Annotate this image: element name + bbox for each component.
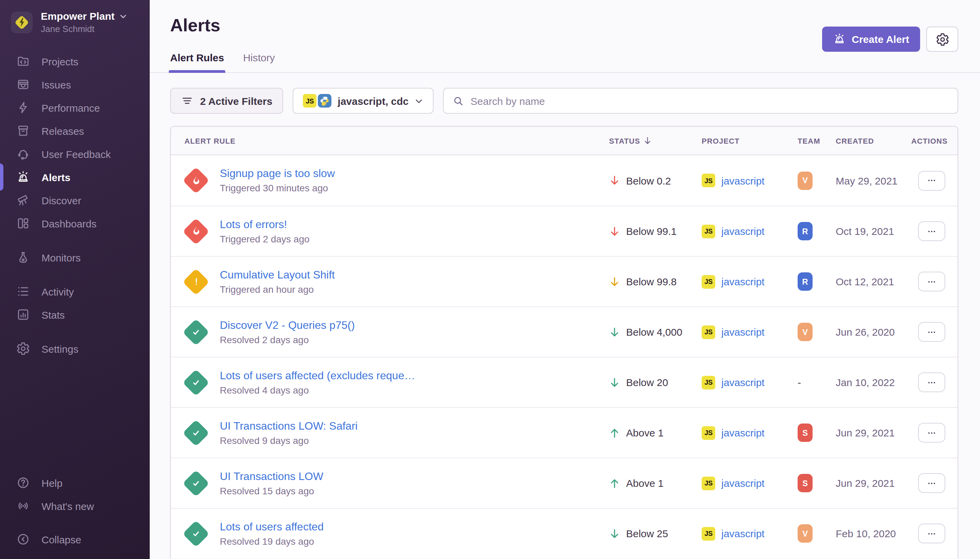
header-actions: Create Alert — [822, 26, 958, 52]
search-box[interactable] — [444, 88, 958, 114]
project-link[interactable]: javascript — [721, 276, 765, 287]
app: Empower Plant Jane Schmidt ProjectsIssue… — [0, 0, 980, 559]
row-actions-button[interactable] — [918, 423, 945, 443]
project-link[interactable]: javascript — [721, 477, 765, 489]
sidebar-item-discover[interactable]: Discover — [0, 189, 150, 212]
project-link[interactable]: javascript — [721, 326, 765, 338]
team-empty: - — [798, 376, 801, 388]
table-header: ALERT RULE STATUS PROJECT TEAM CREATED A… — [171, 127, 957, 155]
create-alert-button[interactable]: Create Alert — [822, 26, 920, 52]
javascript-platform-icon: JS — [702, 426, 715, 440]
row-actions-button[interactable] — [918, 473, 945, 493]
table-row: Cumulative Layout Shift Triggered an hou… — [171, 256, 957, 306]
alert-rules-table: ALERT RULE STATUS PROJECT TEAM CREATED A… — [170, 126, 958, 558]
sidebar-item-issues[interactable]: Issues — [0, 73, 150, 96]
team-cell: R — [798, 272, 836, 291]
ellipsis-icon — [926, 478, 937, 488]
sidebar-item-performance[interactable]: Performance — [0, 96, 150, 119]
project-cell: JS javascript — [702, 476, 798, 490]
table-row: Lots of users affected (excludes reque… … — [171, 357, 957, 407]
table-row: Signup page is too slow Triggered 30 min… — [171, 155, 957, 206]
sidebar-item-activity[interactable]: Activity — [0, 280, 150, 303]
team-avatar: V — [798, 524, 813, 542]
column-header-team[interactable]: TEAM — [798, 137, 836, 145]
project-link[interactable]: javascript — [721, 377, 765, 388]
alert-rule-link[interactable]: Lots of users affected — [220, 521, 323, 533]
alert-rule-link[interactable]: UI Transactions LOW — [220, 470, 323, 482]
row-actions-button[interactable] — [918, 372, 945, 392]
team-cell: S — [798, 423, 836, 442]
stats-icon — [16, 308, 30, 321]
team-avatar: R — [798, 222, 813, 240]
sidebar-item-help[interactable]: Help — [0, 471, 150, 495]
column-header-project[interactable]: PROJECT — [702, 137, 798, 145]
team-cell: R — [798, 222, 836, 240]
siren-icon — [833, 33, 846, 46]
alert-rule-link[interactable]: Discover V2 - Queries p75() — [220, 319, 355, 331]
active-filters-button[interactable]: 2 Active Filters — [170, 88, 283, 114]
row-actions-button[interactable] — [918, 272, 945, 291]
project-cell: JS javascript — [702, 325, 798, 339]
filter-row: 2 Active Filters JS javascript, cdc — [170, 88, 958, 114]
sidebar-item-dashboards[interactable]: Dashboards — [0, 212, 150, 235]
sidebar-item-collapse[interactable]: Collapse — [0, 528, 150, 551]
project-link[interactable]: javascript — [721, 528, 765, 539]
row-actions-button[interactable] — [918, 221, 945, 241]
status-value: Below 99.8 — [626, 276, 676, 287]
search-input[interactable] — [470, 95, 949, 107]
tab-alert-rules[interactable]: Alert Rules — [170, 52, 224, 72]
team-avatar: V — [798, 171, 813, 190]
sidebar-item-stats[interactable]: Stats — [0, 303, 150, 326]
status-value: Below 20 — [626, 377, 668, 388]
tab-history[interactable]: History — [243, 52, 275, 72]
status-value: Below 25 — [626, 528, 668, 539]
ellipsis-icon — [926, 427, 937, 438]
alert-rule-link[interactable]: Cumulative Layout Shift — [220, 269, 335, 281]
row-actions-button[interactable] — [918, 524, 945, 543]
sidebar-item-settings[interactable]: Settings — [0, 337, 150, 360]
alert-rule-subtitle: Resolved 15 days ago — [220, 485, 323, 496]
row-actions-button[interactable] — [918, 170, 945, 190]
sidebar-item-what-s-new[interactable]: What's new — [0, 495, 150, 518]
sidebar-item-user-feedback[interactable]: User Feedback — [0, 142, 150, 165]
sidebar-item-label: Projects — [41, 56, 78, 67]
project-link[interactable]: javascript — [721, 175, 765, 186]
project-cell: JS javascript — [702, 224, 798, 238]
alert-rule-subtitle: Resolved 4 days ago — [220, 384, 415, 395]
sidebar-group: ActivityStats — [0, 280, 150, 326]
project-cell: JS javascript — [702, 275, 798, 288]
team-avatar: V — [798, 323, 813, 341]
row-actions-button[interactable] — [918, 322, 945, 342]
project-filter-dropdown[interactable]: JS javascript, cdc — [293, 88, 434, 114]
status-value: Above 1 — [626, 477, 663, 489]
org-switcher[interactable]: Empower Plant Jane Schmidt — [0, 0, 150, 40]
alert-rule-link[interactable]: Signup page is too slow — [220, 167, 335, 180]
ellipsis-icon — [926, 175, 937, 186]
sidebar-item-projects[interactable]: Projects — [0, 50, 150, 73]
collapse-icon — [16, 533, 30, 546]
settings-button[interactable] — [926, 26, 958, 52]
created-date: May 29, 2021 — [836, 175, 911, 186]
alert-rule-link[interactable]: Lots of errors! — [220, 218, 310, 230]
alert-rule-link[interactable]: Lots of users affected (excludes reque… — [220, 369, 415, 382]
sidebar-item-monitors[interactable]: Monitors — [0, 246, 150, 269]
trend-arrow-icon — [609, 326, 620, 337]
org-name: Empower Plant — [41, 10, 115, 22]
column-header-alert-rule[interactable]: ALERT RULE — [171, 137, 609, 145]
project-link[interactable]: javascript — [721, 225, 765, 237]
sidebar-item-label: Settings — [41, 343, 78, 354]
sidebar-item-label: Dashboards — [41, 218, 97, 229]
status-cell: Below 4,000 — [609, 326, 702, 338]
sidebar-item-releases[interactable]: Releases — [0, 119, 150, 142]
table-row: Lots of users affected Resolved 19 days … — [171, 508, 957, 558]
javascript-platform-icon: JS — [702, 174, 715, 187]
severity-icon — [183, 369, 209, 395]
alert-rule-link[interactable]: UI Transactions LOW: Safari — [220, 420, 358, 432]
column-header-created[interactable]: CREATED — [836, 137, 911, 145]
python-platform-icon — [318, 94, 332, 108]
project-link[interactable]: javascript — [721, 427, 765, 438]
sidebar-item-alerts[interactable]: Alerts — [0, 165, 150, 189]
status-cell: Below 20 — [609, 377, 702, 388]
sidebar: Empower Plant Jane Schmidt ProjectsIssue… — [0, 0, 150, 559]
column-header-status[interactable]: STATUS — [609, 136, 702, 145]
